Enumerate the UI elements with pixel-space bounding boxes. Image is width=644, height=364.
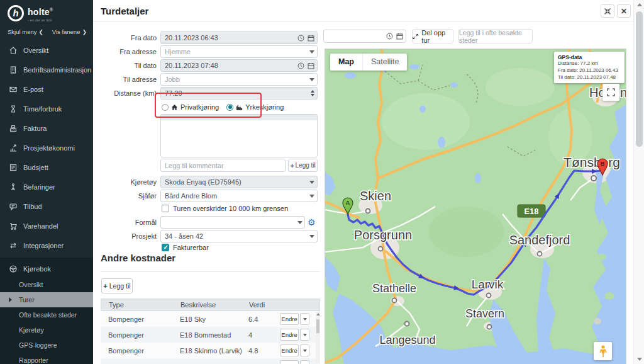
map-view-button[interactable]: Map	[330, 54, 363, 71]
scrollbar-thumb[interactable]	[636, 11, 643, 147]
trip-type-radios: Privatkjøring Yrkeskjøring	[162, 101, 284, 113]
calendar-icon[interactable]	[396, 33, 403, 40]
home-icon	[9, 46, 18, 55]
comment-input[interactable]	[160, 159, 286, 172]
sidebar-subitem-rapporter[interactable]: Rapporter	[0, 353, 93, 364]
row-menu-button[interactable]	[300, 329, 309, 341]
split-trip-button[interactable]: Del opp tur	[412, 29, 453, 43]
til-adresse-input[interactable]	[165, 76, 313, 83]
sidebar-item-bedriftsadministrasjon[interactable]: Bedriftsadministrasjon	[0, 60, 93, 79]
kjorebok-section: Kjørebok Oversikt Turer Ofte besøkte ste…	[0, 258, 93, 364]
scroll-up-icon[interactable]	[637, 3, 642, 6]
add-cost-button[interactable]: +Legg til	[101, 278, 133, 293]
edit-button[interactable]: Endre	[280, 313, 299, 325]
sidebar-item-varehandel[interactable]: Varehandel	[0, 216, 93, 236]
radio-privatkjoring[interactable]: Privatkjøring	[162, 103, 219, 111]
comments-list[interactable]	[160, 114, 318, 157]
close-button[interactable]: ✕	[617, 4, 631, 18]
sidebar-subitem-gps-loggere[interactable]: GPS-loggere	[0, 338, 93, 353]
table-row-partial	[101, 358, 320, 364]
distanse-field[interactable]: 77.20	[160, 87, 318, 100]
hide-menu-toggle[interactable]: Skjul meny❮	[8, 28, 43, 35]
formal-select[interactable]	[160, 216, 305, 229]
add-favorite-place-button[interactable]: Legg til i ofte besøkte steder	[458, 29, 533, 43]
envelope-icon	[9, 85, 18, 94]
table-scrollbar[interactable]	[316, 312, 320, 362]
row-menu-button[interactable]	[300, 360, 309, 364]
radio-off-icon[interactable]	[162, 104, 169, 111]
fra-adresse-combo[interactable]	[160, 45, 318, 58]
til-dato-field[interactable]: 20.11.2023 07:48	[160, 59, 318, 72]
svg-text:Sandefjord: Sandefjord	[509, 233, 570, 247]
checkbox-unchecked-icon[interactable]	[162, 205, 169, 212]
sidebar-item-tilbud[interactable]: Tilbud	[0, 196, 93, 216]
radio-yrkeskjoring[interactable]: Yrkeskjøring	[226, 103, 284, 111]
sidebar-subitem-oversikt[interactable]: Oversikt	[0, 277, 93, 292]
row-menu-button[interactable]	[300, 313, 309, 325]
sidebar-item-oversikt[interactable]: Oversikt	[0, 40, 93, 60]
sidebar-item-befaringer[interactable]: Befaringer	[0, 177, 93, 196]
gps-title: GPS-data	[558, 54, 621, 60]
page-scrollbar[interactable]	[633, 0, 644, 364]
pegman-icon	[599, 345, 608, 358]
edit-button[interactable]: Endre	[280, 329, 299, 341]
sidebar: h holte® - en del av EG Skjul meny❮ Vis …	[0, 0, 93, 364]
prosjekt-select[interactable]: 34 - åsen 42	[160, 230, 318, 242]
sidebar-subitem-kjoretoy[interactable]: Kjøretøy	[0, 322, 93, 338]
compress-button[interactable]	[601, 4, 614, 18]
distanse-label: Distanse (km)	[101, 89, 157, 97]
sjafor-select[interactable]: Bård Andre Blom	[160, 190, 318, 202]
svg-text:B: B	[601, 161, 605, 167]
chevron-down-icon[interactable]	[309, 235, 314, 238]
svg-text:Langesund: Langesund	[379, 334, 435, 346]
svg-text:Tønsberg: Tønsberg	[564, 155, 620, 169]
sidebar-item-budsjett[interactable]: Budsjett	[0, 157, 93, 177]
chevron-down-icon[interactable]	[309, 195, 314, 198]
sidebar-item-integrasjoner[interactable]: Integrasjoner	[0, 236, 93, 255]
fra-dato-field[interactable]: 20.11.2023 06:43	[160, 31, 318, 44]
show-tabs-toggle[interactable]: Vis fanene❯	[52, 28, 87, 35]
limit-checkbox-row[interactable]: Turen overskrider 10 000 km grensen	[162, 204, 288, 213]
gps-to: Til dato: 20.11.2023 07.48	[558, 74, 621, 81]
sidebar-item-kjorebok[interactable]: Kjørebok	[0, 260, 93, 277]
sidebar-item-time-forbruk[interactable]: Time/forbruk	[0, 99, 93, 118]
pegman-control[interactable]	[594, 342, 612, 360]
map-canvas[interactable]: E18	[325, 49, 626, 364]
sidebar-item-faktura[interactable]: Faktura	[0, 118, 93, 138]
close-icon: ✕	[621, 7, 627, 16]
satellite-view-button[interactable]: Satellite	[363, 54, 407, 71]
calendar-icon[interactable]	[308, 62, 314, 69]
scroll-down-icon[interactable]	[637, 358, 642, 361]
offer-icon	[9, 202, 18, 211]
edit-button[interactable]: Endre	[280, 344, 299, 356]
chevron-down-icon[interactable]	[309, 50, 314, 54]
gear-icon[interactable]: ⚙	[308, 218, 316, 227]
add-comment-button[interactable]: +Legg til	[288, 159, 318, 172]
row-menu-button[interactable]	[300, 344, 309, 356]
fra-adresse-input[interactable]	[165, 48, 313, 55]
map-type-toggle: Map Satellite	[330, 54, 407, 71]
sidebar-subitem-turer[interactable]: Turer	[0, 292, 93, 307]
clock-icon[interactable]	[386, 33, 393, 40]
kjoretoy-select[interactable]: Skoda Enyaq (ED75945)	[160, 176, 318, 188]
fakturerbar-checkbox-row[interactable]: Fakturerbar	[162, 243, 209, 252]
clock-icon[interactable]	[297, 62, 304, 69]
sidebar-item-epost[interactable]: E-post	[0, 79, 93, 99]
map-graphic: E18	[325, 49, 626, 364]
til-adresse-label: Til adresse	[101, 76, 157, 83]
fullscreen-button[interactable]	[602, 84, 619, 101]
til-adresse-combo[interactable]	[160, 73, 318, 86]
chevron-down-icon[interactable]	[297, 221, 303, 224]
sidebar-subitem-ofte-besokte-steder[interactable]: Ofte besøkte steder	[0, 307, 93, 322]
clock-icon[interactable]	[297, 35, 304, 42]
chevron-down-icon[interactable]	[309, 181, 314, 184]
chevron-down-icon[interactable]	[309, 78, 314, 81]
stepper-icon[interactable]	[311, 90, 314, 96]
radio-on-icon[interactable]	[226, 104, 233, 111]
sidebar-item-prosjektokonomi[interactable]: Prosjektøkonomi	[0, 138, 93, 157]
budget-icon	[9, 163, 18, 172]
edit-button[interactable]	[280, 360, 299, 364]
checkbox-checked-icon[interactable]	[162, 244, 169, 251]
calendar-icon[interactable]	[308, 35, 314, 42]
inspection-icon	[9, 183, 18, 191]
